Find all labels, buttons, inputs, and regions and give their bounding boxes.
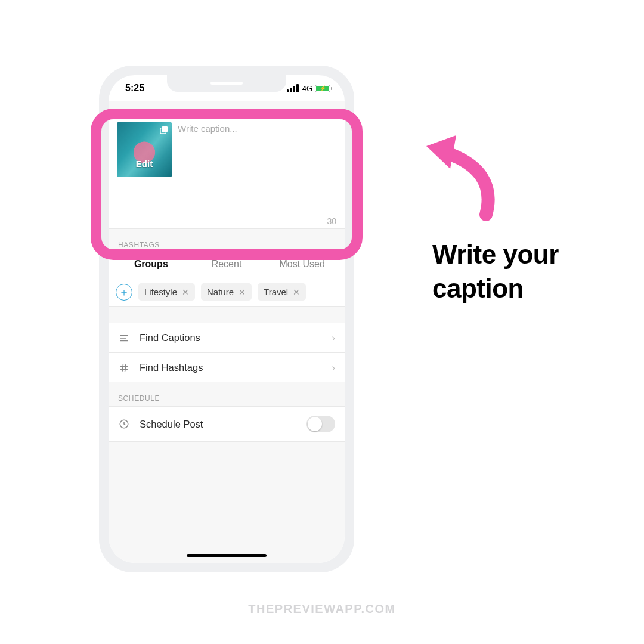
footer-watermark: THEPREVIEWAPP.COM xyxy=(0,602,644,616)
annotation-arrow xyxy=(414,128,516,232)
thumbnail-edit-label: Edit xyxy=(136,159,153,169)
hashtag-chip-label: Nature xyxy=(207,287,234,297)
caption-char-count: 30 xyxy=(327,216,336,226)
tab-recent[interactable]: Recent xyxy=(189,253,265,277)
annotation-line: caption xyxy=(432,271,559,305)
hashtag-chip[interactable]: Lifestyle ✕ xyxy=(138,283,195,301)
tab-most-used[interactable]: Most Used xyxy=(264,253,340,277)
hashtag-tabs: Groups Recent Most Used xyxy=(109,253,345,277)
hashtag-chip[interactable]: Travel ✕ xyxy=(258,283,306,301)
caption-card: Edit 30 xyxy=(109,116,345,229)
find-hashtags-row[interactable]: Find Hashtags › xyxy=(109,352,345,382)
chevron-right-icon: › xyxy=(332,332,336,343)
schedule-post-row: Schedule Post xyxy=(109,406,345,442)
row-label: Find Captions xyxy=(140,332,200,343)
hashtag-chip-label: Travel xyxy=(264,287,288,297)
find-captions-row[interactable]: Find Captions › xyxy=(109,323,345,352)
caption-input[interactable] xyxy=(178,122,336,215)
signal-icon xyxy=(287,84,299,92)
hash-icon xyxy=(118,363,130,373)
carousel-icon xyxy=(159,125,169,135)
battery-icon: ⚡ xyxy=(315,85,330,92)
lines-icon xyxy=(118,333,130,343)
hashtag-chip-label: Lifestyle xyxy=(144,287,177,297)
post-thumbnail[interactable]: Edit xyxy=(117,122,172,177)
annotation-text: Write your caption xyxy=(432,237,559,305)
home-indicator xyxy=(187,554,267,557)
add-hashtag-button[interactable]: ＋ xyxy=(116,284,132,301)
hashtags-section-label: HASHTAGS xyxy=(109,229,345,253)
clock-icon xyxy=(118,419,130,429)
hashtag-chip-row: ＋ Lifestyle ✕ Nature ✕ Travel ✕ xyxy=(109,277,345,307)
chevron-right-icon: › xyxy=(332,362,336,373)
svg-rect-0 xyxy=(162,126,168,132)
close-icon[interactable]: ✕ xyxy=(239,287,246,297)
svg-line-8 xyxy=(125,364,126,372)
close-icon[interactable]: ✕ xyxy=(182,287,189,297)
phone-frame: 5:25 4G ⚡ Edit 30 HASHTAGS Groups xyxy=(99,66,354,572)
schedule-toggle[interactable] xyxy=(306,416,335,432)
network-label: 4G xyxy=(302,84,312,93)
phone-notch xyxy=(167,75,286,92)
status-time: 5:25 xyxy=(125,83,144,94)
tab-groups[interactable]: Groups xyxy=(113,253,189,277)
annotation-line: Write your xyxy=(432,237,559,271)
close-icon[interactable]: ✕ xyxy=(293,287,300,297)
schedule-section-label: SCHEDULE xyxy=(109,382,345,406)
row-label: Find Hashtags xyxy=(140,362,203,373)
phone-screen: 5:25 4G ⚡ Edit 30 HASHTAGS Groups xyxy=(109,75,345,563)
row-label: Schedule Post xyxy=(140,419,203,430)
hashtag-chip[interactable]: Nature ✕ xyxy=(201,283,252,301)
svg-line-7 xyxy=(122,364,123,372)
